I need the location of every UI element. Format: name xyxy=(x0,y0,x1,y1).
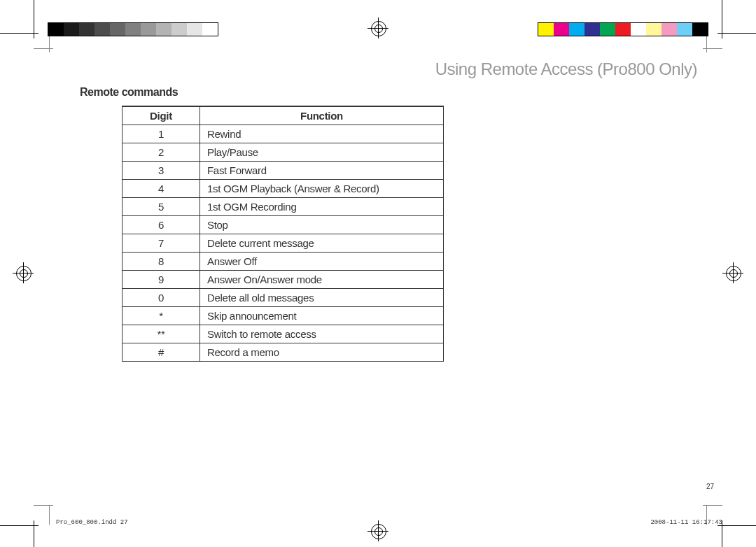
crop-mark xyxy=(722,0,722,38)
crop-mark xyxy=(49,505,50,525)
registration-mark-icon xyxy=(368,520,388,541)
commands-table: Digit Function 1Rewind 2Play/Pause 3Fast… xyxy=(122,106,444,362)
cell-digit: 2 xyxy=(122,143,200,162)
registration-mark-icon xyxy=(722,262,743,283)
cell-digit: # xyxy=(122,343,200,362)
col-header-function: Function xyxy=(200,106,444,125)
table-row: 41st OGM Playback (Answer & Record) xyxy=(122,180,444,198)
content-area: Using Remote Access (Pro800 Only) Remote… xyxy=(80,59,697,362)
table-row: *Skip announcement xyxy=(122,307,444,325)
table-row: 6Stop xyxy=(122,216,444,234)
crop-mark xyxy=(34,520,34,547)
cell-digit: ** xyxy=(122,325,200,343)
cell-function: Rewind xyxy=(200,125,444,143)
table-row: 51st OGM Recording xyxy=(122,198,444,216)
grayscale-bar xyxy=(48,22,218,36)
cell-digit: 8 xyxy=(122,253,200,271)
table-row: 9Answer On/Answer mode xyxy=(122,271,444,289)
cell-function: Fast Forward xyxy=(200,162,444,180)
table-row: 2Play/Pause xyxy=(122,143,444,162)
table-row: #Record a memo xyxy=(122,343,444,362)
crop-mark xyxy=(34,505,53,506)
cell-digit: 3 xyxy=(122,162,200,180)
page-title: Using Remote Access (Pro800 Only) xyxy=(80,59,697,79)
cell-digit: * xyxy=(122,307,200,325)
cell-function: Stop xyxy=(200,216,444,234)
cell-function: Answer On/Answer mode xyxy=(200,271,444,289)
cell-function: Delete current message xyxy=(200,234,444,253)
cell-digit: 9 xyxy=(122,271,200,289)
cell-digit: 7 xyxy=(122,234,200,253)
cell-function: Play/Pause xyxy=(200,143,444,162)
cell-function: Record a memo xyxy=(200,343,444,362)
cell-digit: 4 xyxy=(122,180,200,198)
crop-mark xyxy=(34,0,34,38)
cell-function: 1st OGM Playback (Answer & Record) xyxy=(200,180,444,198)
crop-mark xyxy=(34,48,53,49)
registration-mark-icon xyxy=(368,17,388,38)
cell-digit: 5 xyxy=(122,198,200,216)
table-row: 1Rewind xyxy=(122,125,444,143)
footer-file: Pro_600_800.indd 27 xyxy=(56,519,128,526)
registration-mark-icon xyxy=(13,262,34,283)
cell-digit: 6 xyxy=(122,216,200,234)
crop-mark xyxy=(0,33,38,34)
col-header-digit: Digit xyxy=(122,106,200,125)
color-bar xyxy=(538,22,708,36)
cell-function: Answer Off xyxy=(200,253,444,271)
table-row: 0Delete all old messages xyxy=(122,289,444,307)
cell-function: Skip announcement xyxy=(200,307,444,325)
cell-digit: 1 xyxy=(122,125,200,143)
table-row: 3Fast Forward xyxy=(122,162,444,180)
cell-digit: 0 xyxy=(122,289,200,307)
section-heading: Remote commands xyxy=(80,86,697,99)
table-header-row: Digit Function xyxy=(122,106,444,125)
table-row: 7Delete current message xyxy=(122,234,444,253)
crop-mark xyxy=(0,525,38,526)
footer-timestamp: 2008-11-11 16:17:43 xyxy=(650,519,722,526)
cell-function: Switch to remote access xyxy=(200,325,444,343)
crop-mark xyxy=(718,525,756,526)
page-number: 27 xyxy=(706,483,714,490)
table-row: 8Answer Off xyxy=(122,253,444,271)
crop-mark xyxy=(718,33,756,34)
cell-function: 1st OGM Recording xyxy=(200,198,444,216)
cell-function: Delete all old messages xyxy=(200,289,444,307)
table-row: **Switch to remote access xyxy=(122,325,444,343)
page: { "heading": "Using Remote Access (Pro80… xyxy=(0,0,756,547)
